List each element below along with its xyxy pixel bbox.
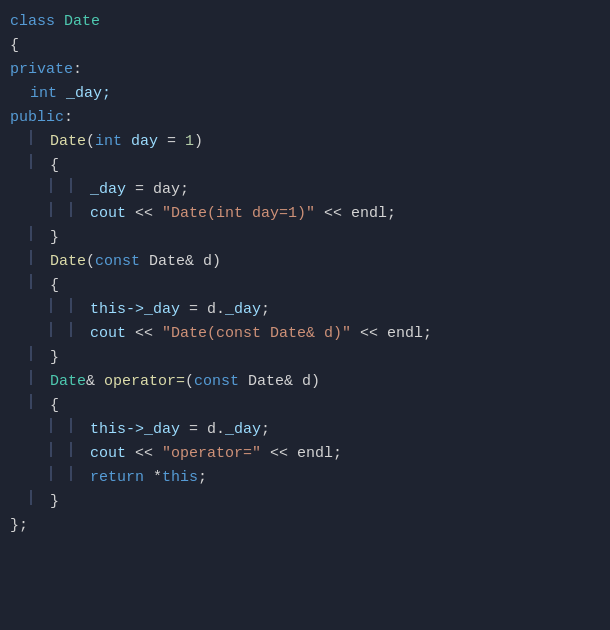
indent-guide: [70, 466, 82, 481]
token: :: [73, 58, 82, 82]
token: "operator=": [162, 442, 261, 466]
indent-guide: [70, 442, 82, 457]
token: << endl;: [315, 202, 396, 226]
indent-guide: [30, 370, 42, 385]
code-line: class Date: [0, 10, 610, 34]
token: *: [144, 466, 162, 490]
token: {: [50, 274, 59, 298]
indent-guide: [50, 322, 62, 337]
indent-guide: [30, 394, 42, 409]
indent-guide: [70, 178, 82, 193]
code-line: cout << "operator=" << endl;: [0, 442, 610, 466]
token: this->_day: [90, 418, 180, 442]
token: 1: [185, 130, 194, 154]
token: Date: [50, 370, 86, 394]
token: int: [30, 82, 57, 106]
token: const: [95, 250, 140, 274]
indent-guide: [30, 154, 42, 169]
token: int: [95, 130, 122, 154]
token: operator=: [104, 370, 185, 394]
code-line: _day = day;: [0, 178, 610, 202]
token: {: [50, 154, 59, 178]
indent-guide: [70, 202, 82, 217]
indent-guide: [30, 274, 42, 289]
code-line: Date(const Date& d): [0, 250, 610, 274]
token: public: [10, 106, 64, 130]
token: = d.: [180, 298, 225, 322]
code-line: }: [0, 490, 610, 514]
token: "Date(const Date& d)": [162, 322, 351, 346]
token: (: [185, 370, 194, 394]
code-line: Date& operator=(const Date& d): [0, 370, 610, 394]
token: }: [50, 490, 59, 514]
code-line: };: [0, 514, 610, 538]
token: Date& d): [140, 250, 221, 274]
token: cout: [90, 442, 126, 466]
code-line: return *this;: [0, 466, 610, 490]
token: :: [64, 106, 73, 130]
token: this: [162, 466, 198, 490]
token: Date& d): [239, 370, 320, 394]
code-line: int _day;: [0, 82, 610, 106]
token: private: [10, 58, 73, 82]
code-line: }: [0, 226, 610, 250]
indent-guide: [50, 418, 62, 433]
code-line: cout << "Date(const Date& d)" << endl;: [0, 322, 610, 346]
token: <<: [126, 322, 162, 346]
code-line: {: [0, 394, 610, 418]
token: _day;: [57, 82, 111, 106]
indent-guide: [30, 490, 42, 505]
token: this->_day: [90, 298, 180, 322]
code-line: {: [0, 34, 610, 58]
token: Date: [50, 250, 86, 274]
token: }: [50, 226, 59, 250]
code-line: Date(int day = 1): [0, 130, 610, 154]
indent-guide: [50, 466, 62, 481]
code-line: {: [0, 154, 610, 178]
code-line: }: [0, 346, 610, 370]
token: Date: [50, 130, 86, 154]
token: << endl;: [261, 442, 342, 466]
token: ;: [261, 418, 270, 442]
token: ): [194, 130, 203, 154]
code-line: cout << "Date(int day=1)" << endl;: [0, 202, 610, 226]
token: cout: [90, 202, 126, 226]
token: "Date(int day=1)": [162, 202, 315, 226]
indent-guide: [30, 250, 42, 265]
code-line: public:: [0, 106, 610, 130]
token: {: [50, 394, 59, 418]
token: <<: [126, 202, 162, 226]
indent-guide: [70, 322, 82, 337]
indent-guide: [50, 202, 62, 217]
token: class: [10, 10, 64, 34]
indent-guide: [50, 178, 62, 193]
indent-guide: [50, 298, 62, 313]
token: <<: [126, 442, 162, 466]
token: {: [10, 34, 19, 58]
indent-guide: [50, 442, 62, 457]
code-editor: class Date{private:int _day;public:Date(…: [0, 0, 610, 630]
token: ;: [261, 298, 270, 322]
indent-guide: [70, 298, 82, 313]
token: (: [86, 130, 95, 154]
indent-guide: [30, 346, 42, 361]
token: = day;: [126, 178, 189, 202]
token: cout: [90, 322, 126, 346]
token: _day: [90, 178, 126, 202]
indent-guide: [30, 226, 42, 241]
token: << endl;: [351, 322, 432, 346]
code-line: private:: [0, 58, 610, 82]
token: =: [167, 130, 185, 154]
code-line: this->_day = d._day;: [0, 418, 610, 442]
token: ;: [198, 466, 207, 490]
token: _day: [225, 418, 261, 442]
token: const: [194, 370, 239, 394]
token: return: [90, 466, 144, 490]
token: Date: [64, 10, 100, 34]
token: }: [50, 346, 59, 370]
indent-guide: [70, 418, 82, 433]
code-line: {: [0, 274, 610, 298]
token: day: [122, 130, 167, 154]
token: &: [86, 370, 104, 394]
token: = d.: [180, 418, 225, 442]
